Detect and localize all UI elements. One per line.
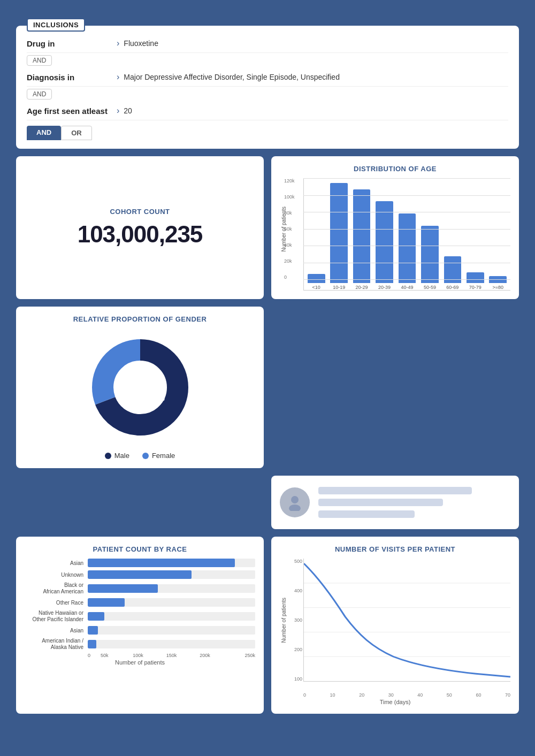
cohort-number: 103,000,235 (78, 221, 203, 248)
race-track (88, 640, 255, 648)
svg-point-5 (289, 505, 301, 511)
race-label: Black orAfrican American (25, 582, 83, 595)
cohort-count-card: COHORT COUNT 103,000,235 (16, 156, 264, 299)
y-tick: 300 (294, 617, 302, 623)
race-bar-row: American Indian /Alaska Native (25, 638, 255, 651)
drug-label: Drug in (27, 39, 112, 48)
visits-title: NUMBER OF VISITS PER PATIENT (280, 545, 510, 553)
and-tab[interactable]: AND (27, 126, 61, 140)
or-tab[interactable]: OR (61, 126, 92, 140)
bar-group: 40-49 (397, 183, 417, 290)
drug-value: Fluoxetine (124, 39, 158, 48)
bar (421, 226, 439, 283)
race-bar-row: Native Hawaiian orOther Pacific Islander (25, 610, 255, 623)
race-bar-row: Black orAfrican American (25, 582, 255, 595)
race-fill (88, 640, 96, 648)
gender-legend: Male Female (105, 452, 175, 460)
bar-label: 20-39 (378, 285, 391, 290)
race-card: PATIENT COUNT BY RACE Asian Unknown Bla (16, 537, 264, 714)
patient-lines (318, 487, 510, 518)
age-distribution-card: DISTRIBUTION OF AGE Number of patients (271, 156, 519, 299)
and-or-tabs: AND OR (27, 126, 508, 140)
race-fill (88, 570, 192, 579)
patient-line-2 (318, 499, 443, 506)
race-label: Asian (25, 560, 83, 566)
age-dist-chart: Number of patients 0 (280, 178, 510, 291)
visits-chart-container: Number of patients 100 200 300 400 500 (280, 559, 510, 698)
drug-arrow: › (117, 39, 119, 48)
patient-info-card (271, 476, 519, 529)
diagnosis-value: Major Depressive Affective Disorder, Sin… (124, 73, 340, 81)
bar-group: 70-79 (465, 183, 485, 290)
bar (444, 256, 462, 283)
bar-label: 60-69 (446, 285, 458, 290)
patient-line-3 (318, 510, 415, 518)
y-tick: 200 (294, 647, 302, 652)
y-tick: 120k (284, 178, 295, 184)
race-x-ticks: 0 50k 100k 150k 200k 250k (88, 653, 255, 658)
cohort-title: COHORT COUNT (110, 208, 170, 216)
race-chart: Asian Unknown Black orAfrican American (25, 559, 255, 666)
bar (308, 274, 325, 283)
and-badge-2: AND (27, 87, 508, 102)
visits-x-label: Time (days) (280, 699, 510, 705)
visits-svg (303, 559, 510, 682)
drug-row: Drug in › Fluoxetine (27, 34, 508, 53)
race-label: Other Race (25, 600, 83, 606)
bar-group: 10-19 (328, 183, 349, 290)
age-row: Age first seen atleast › 20 (27, 102, 508, 120)
y-tick: 60k (284, 226, 295, 232)
visits-card: NUMBER OF VISITS PER PATIENT Number of p… (271, 537, 519, 714)
bar-group: 60-69 (442, 183, 463, 290)
race-fill (88, 559, 235, 567)
race-fill (88, 626, 98, 635)
bar-group: >=80 (488, 183, 508, 290)
age-bars: <10 10-19 20-29 20-39 40-49 50-59 60-69 (303, 178, 510, 291)
bar-label: <10 (312, 285, 320, 290)
svg-text:31%: 31% (150, 394, 165, 402)
bar (489, 276, 507, 283)
donut-chart: 69% 31% (87, 334, 194, 441)
y-tick: 0 (284, 274, 295, 280)
bar-group: <10 (306, 183, 326, 290)
y-tick: 40k (284, 242, 295, 248)
y-tick: 80k (284, 210, 295, 216)
bar (399, 213, 416, 283)
bar-group: 20-39 (374, 183, 394, 290)
gender-title: RELATIVE PROPORTION OF GENDER (73, 315, 207, 323)
race-track (88, 559, 255, 567)
race-label: Native Hawaiian orOther Pacific Islander (25, 610, 83, 623)
gender-card: RELATIVE PROPORTION OF GENDER 69% 31% Ma… (16, 307, 264, 468)
race-track (88, 598, 255, 607)
main-container: INCLUSIONS Drug in › Fluoxetine AND Diag… (11, 11, 524, 719)
bar-label: >=80 (492, 285, 503, 290)
inclusions-title: INCLUSIONS (27, 18, 85, 32)
y-tick: 500 (294, 559, 302, 564)
age-value: 20 (124, 106, 132, 115)
avatar (280, 487, 310, 517)
inclusions-panel: INCLUSIONS Drug in › Fluoxetine AND Diag… (16, 26, 519, 149)
diagnosis-row: Diagnosis in › Major Depressive Affectiv… (27, 68, 508, 87)
bar-label: 70-79 (469, 285, 482, 290)
y-tick: 20k (284, 258, 295, 264)
visits-y-label: Number of patients (281, 598, 287, 643)
female-legend: Female (142, 452, 175, 460)
svg-point-4 (291, 496, 299, 503)
race-label: Unknown (25, 572, 83, 578)
bar-label: 20-29 (356, 285, 368, 290)
race-track (88, 626, 255, 635)
female-label: Female (152, 452, 175, 460)
race-label: Asian (25, 628, 83, 633)
race-fill (88, 612, 104, 621)
race-label: American Indian /Alaska Native (25, 638, 83, 651)
patient-line-1 (318, 487, 472, 494)
bar (330, 183, 348, 283)
y-tick: 100k (284, 194, 295, 200)
y-tick: 100 (294, 676, 302, 682)
dashboard-grid: COHORT COUNT 103,000,235 DISTRIBUTION OF… (16, 156, 519, 714)
race-fill (88, 598, 125, 607)
bar-group: 20-29 (351, 183, 372, 290)
race-bar-row: Asian (25, 559, 255, 567)
age-label: Age first seen atleast (27, 106, 112, 116)
race-fill (88, 584, 158, 593)
